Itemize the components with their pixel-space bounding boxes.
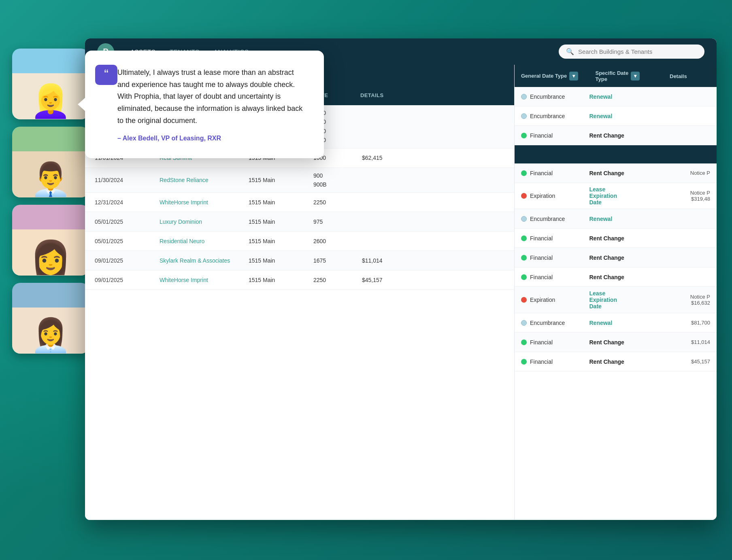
cell-general-type: Encumbrance (521, 113, 585, 119)
cell-details: $45,157 (360, 274, 506, 286)
cell-specific-type: Rent Change (589, 132, 654, 139)
cell-specific-type: Renewal (589, 320, 654, 326)
table-row[interactable]: 05/01/2025 Residential Neuro 1515 Main 2… (85, 231, 514, 251)
cell-date: 11/30/2024 (93, 174, 158, 187)
cell-detail-value: $45,157 (658, 358, 710, 365)
dot-light-blue (521, 94, 527, 100)
cell-detail-value: Notice P (658, 170, 710, 176)
cell-building: 1515 Main (247, 215, 312, 228)
table-row[interactable]: 05/01/2025 Luxury Dominion 1515 Main 975 (85, 212, 514, 231)
cell-general-type: Encumbrance (521, 93, 585, 100)
cell-building: 1515 Main (247, 274, 312, 286)
details-row[interactable]: Expiration LeaseExpirationDate Notice P$… (515, 183, 717, 209)
cell-general-type: Expiration (521, 193, 585, 199)
cell-tenant[interactable]: RedStone Reliance (158, 174, 247, 187)
quote-text: Ultimately, I always trust a lease more … (117, 67, 306, 127)
details-row[interactable]: Financial Rent Change (515, 267, 717, 287)
specific-type-label[interactable]: LeaseExpirationDate (589, 290, 617, 310)
avatar-card-2: 👨‍💼 (12, 127, 89, 197)
table-row[interactable]: 09/01/2025 Skylark Realm & Associates 15… (85, 251, 514, 270)
details-row[interactable]: Financial Rent Change $11,014 (515, 333, 717, 352)
cell-date: 09/01/2025 (93, 254, 158, 267)
cell-details (360, 238, 506, 244)
cell-building: 1515 Main (247, 174, 312, 187)
cell-detail-value: $81,700 (658, 320, 710, 326)
cell-tenant[interactable]: WhiteHorse Imprint (158, 274, 247, 286)
specific-type-label: Rent Change (589, 255, 624, 261)
cell-general-type: Financial (521, 235, 585, 242)
specific-type-label: Rent Change (589, 358, 624, 365)
cell-tenant[interactable]: Luxury Dominion (158, 215, 247, 228)
details-row[interactable]: Encumbrance Renewal $81,700 (515, 313, 717, 333)
table-row[interactable]: 12/31/2024 WhiteHorse Imprint 1515 Main … (85, 193, 514, 212)
cell-specific-type: Rent Change (589, 235, 654, 242)
specific-type-label[interactable]: Renewal (589, 93, 613, 100)
cell-building: 1515 Main (247, 196, 312, 209)
dot-green (521, 339, 527, 345)
dot-light-blue (521, 216, 527, 222)
specific-type-label: Rent Change (589, 132, 624, 139)
details-row[interactable]: Expiration LeaseExpirationDate Notice P$… (515, 287, 717, 313)
search-bar[interactable]: 🔍 (559, 45, 704, 59)
quote-icon: “ (95, 65, 117, 85)
specific-type-label[interactable]: Renewal (589, 113, 613, 119)
dot-green (521, 359, 527, 365)
specific-type-label[interactable]: Renewal (589, 216, 613, 222)
cell-general-type: Financial (521, 170, 585, 176)
details-body: Encumbrance Renewal Encumbrance Renewal (515, 87, 717, 371)
cell-general-type: Expiration (521, 297, 585, 303)
avatar-image-3: 👩 (12, 205, 89, 276)
avatars-column: 👱‍♀️ 👨‍💼 👩 👩‍💼 (12, 49, 89, 354)
specific-type-label[interactable]: Renewal (589, 320, 613, 326)
cell-details (360, 123, 506, 130)
details-row[interactable]: Financial Rent Change $45,157 (515, 352, 717, 371)
dot-green (521, 235, 527, 241)
cell-general-type: Encumbrance (521, 216, 585, 222)
cell-general-type: Financial (521, 132, 585, 139)
dot-light-blue (521, 113, 527, 119)
cell-tenant[interactable]: Skylark Realm & Associates (158, 254, 247, 267)
cell-suite: 1675 (312, 253, 360, 268)
cell-suite: 2250 (312, 195, 360, 210)
details-row[interactable]: Financial Rent Change (515, 248, 717, 267)
cell-general-type: Financial (521, 255, 585, 261)
cell-tenant[interactable]: WhiteHorse Imprint (158, 196, 247, 209)
details-row[interactable]: Encumbrance Renewal (515, 87, 717, 106)
details-panel: General Date Type ▼ Specific DateType ▼ … (514, 65, 717, 520)
details-row[interactable]: Financial Rent Change (515, 229, 717, 248)
search-icon: 🔍 (566, 48, 574, 55)
details-row[interactable]: Encumbrance Renewal (515, 106, 717, 126)
specific-type-label[interactable]: LeaseExpirationDate (589, 186, 617, 206)
table-row[interactable]: 11/30/2024 RedStone Reliance 1515 Main 9… (85, 168, 514, 193)
avatar-card-4: 👩‍💼 (12, 283, 89, 354)
th-details: Details (360, 92, 506, 98)
cell-tenant[interactable]: Residential Neuro (158, 235, 247, 248)
dot-red (521, 193, 527, 199)
avatar-image-4: 👩‍💼 (12, 283, 89, 354)
dot-red (521, 297, 527, 303)
cell-date: 12/31/2024 (93, 196, 158, 209)
cell-specific-type: Rent Change (589, 274, 654, 280)
avatar-card-3: 👩 (12, 205, 89, 276)
details-row[interactable]: Financial Rent Change Notice P (515, 163, 717, 183)
cell-specific-type: Rent Change (589, 170, 654, 176)
filter-specific-icon[interactable]: ▼ (631, 72, 640, 81)
cell-details (360, 218, 506, 225)
details-row[interactable]: Financial Rent Change (515, 126, 717, 145)
th-detail-value: Details (670, 73, 687, 79)
cell-building: 1515 Main (247, 254, 312, 267)
search-input[interactable] (578, 48, 697, 55)
cell-specific-type: Renewal (589, 216, 654, 222)
filter-general-icon[interactable]: ▼ (569, 72, 578, 81)
avatar-image-2: 👨‍💼 (12, 127, 89, 197)
details-row[interactable]: Encumbrance Renewal (515, 209, 717, 229)
cell-specific-type: Renewal (589, 93, 654, 100)
cell-suite: 2250 (312, 272, 360, 288)
specific-type-label: Rent Change (589, 274, 624, 280)
cell-specific-type: LeaseExpirationDate (589, 186, 654, 206)
cell-suite: 975 (312, 214, 360, 229)
table-row[interactable]: 09/01/2025 WhiteHorse Imprint 1515 Main … (85, 270, 514, 290)
dot-light-blue (521, 320, 527, 326)
cell-suite: 2600 (312, 233, 360, 249)
cell-suite: 900 900B (312, 168, 360, 193)
